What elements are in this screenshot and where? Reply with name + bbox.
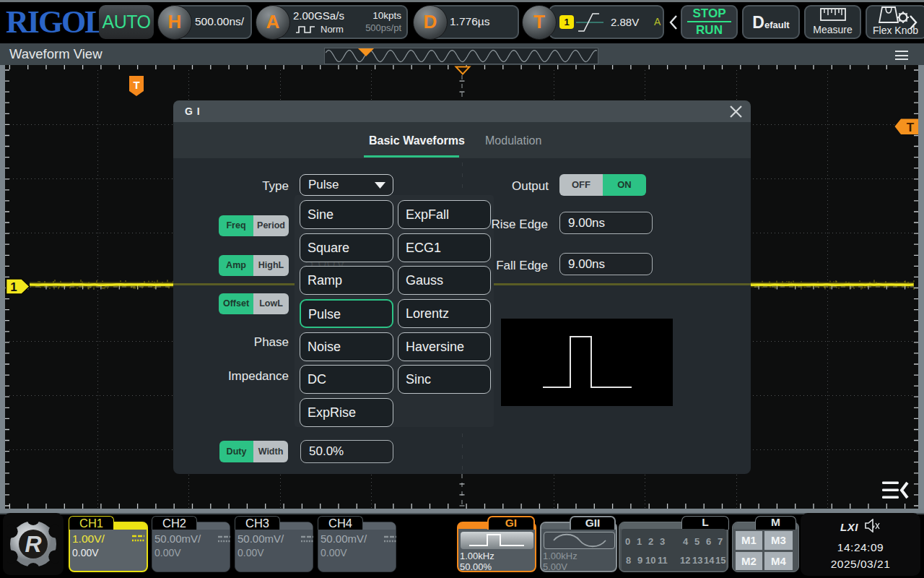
svg-text:T: T xyxy=(907,121,915,134)
svg-text:R: R xyxy=(25,531,41,557)
svg-text:1: 1 xyxy=(10,280,17,294)
svg-text:T: T xyxy=(133,79,139,91)
